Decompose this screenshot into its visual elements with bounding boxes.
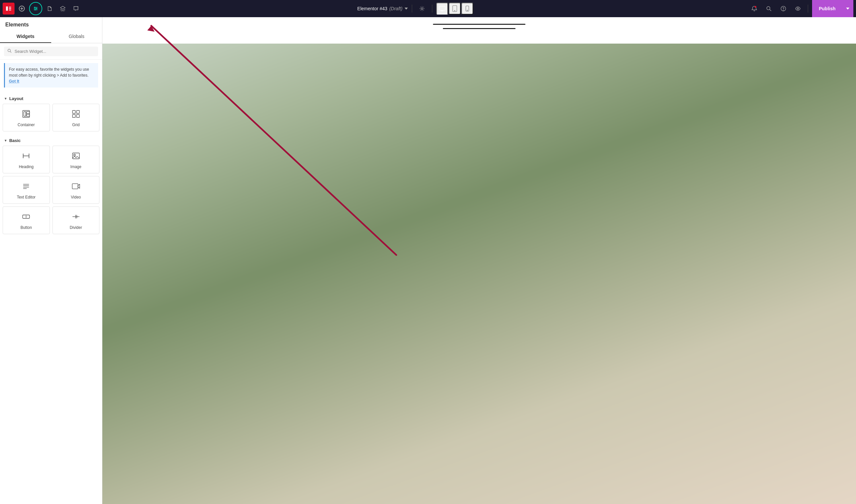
svg-point-14 xyxy=(421,7,423,9)
svg-rect-0 xyxy=(6,6,8,11)
widgets-panel-button[interactable] xyxy=(29,2,42,15)
svg-rect-37 xyxy=(77,114,79,118)
comments-button[interactable] xyxy=(70,3,82,15)
toolbar-center: Elementor #43 (Draft) xyxy=(83,3,747,15)
grid-icon xyxy=(71,109,81,120)
svg-line-24 xyxy=(770,10,771,11)
svg-point-11 xyxy=(36,8,37,9)
search-area xyxy=(0,43,102,60)
tab-globals[interactable]: Globals xyxy=(51,30,102,43)
widget-container[interactable]: Container xyxy=(3,104,50,131)
basic-widgets-grid: Heading Image xyxy=(3,146,100,234)
svg-point-27 xyxy=(797,8,799,10)
canvas-header xyxy=(102,17,856,34)
widget-grid[interactable]: Grid xyxy=(53,104,100,131)
svg-point-19 xyxy=(454,10,455,11)
preview-button[interactable] xyxy=(792,3,804,15)
layers-button[interactable] xyxy=(57,3,69,15)
publish-separator xyxy=(808,5,808,13)
canvas-line-1 xyxy=(433,24,525,25)
widgets-list: ▼ Layout Container xyxy=(0,91,102,504)
svg-rect-15 xyxy=(439,6,445,11)
panel-title: Elements xyxy=(0,17,102,28)
section-layout-arrow: ▼ xyxy=(4,97,7,101)
tab-widgets[interactable]: Widgets xyxy=(0,30,51,43)
canvas xyxy=(102,17,856,504)
svg-marker-13 xyxy=(60,6,65,9)
layout-widgets-grid: Container Grid xyxy=(3,104,100,131)
title-text: Elementor #43 xyxy=(357,6,387,11)
notifications-button[interactable] xyxy=(748,3,760,15)
section-basic-arrow: ▼ xyxy=(4,139,7,142)
section-layout[interactable]: ▼ Layout xyxy=(3,92,100,104)
tip-text: For easy access, favorite the widgets yo… xyxy=(9,67,89,78)
mobile-view-button[interactable] xyxy=(461,3,473,15)
page-settings-button[interactable] xyxy=(43,3,55,15)
widget-heading[interactable]: Heading xyxy=(3,146,50,174)
add-element-button[interactable] xyxy=(16,3,28,15)
help-button[interactable] xyxy=(778,3,789,15)
svg-rect-33 xyxy=(26,114,30,116)
search-input[interactable] xyxy=(15,49,95,54)
container-icon xyxy=(21,109,31,120)
divider-icon xyxy=(71,212,81,222)
container-label: Container xyxy=(18,123,35,127)
text-editor-icon xyxy=(21,182,31,192)
svg-rect-31 xyxy=(24,112,26,116)
main-layout: Elements Widgets Globals For easy access… xyxy=(0,17,856,504)
toolbar-left xyxy=(3,2,82,15)
widget-video[interactable]: Video xyxy=(53,176,100,204)
section-layout-label: Layout xyxy=(9,96,23,101)
search-icon xyxy=(7,49,12,54)
svg-line-29 xyxy=(10,52,12,53)
image-icon xyxy=(71,151,81,162)
button-label: Button xyxy=(20,225,32,230)
elementor-logo-button[interactable] xyxy=(3,3,15,15)
svg-point-23 xyxy=(767,6,770,10)
grid-label: Grid xyxy=(72,123,79,127)
svg-rect-47 xyxy=(72,184,78,189)
widget-text-editor[interactable]: Text Editor xyxy=(3,176,50,204)
heading-label: Heading xyxy=(19,164,34,169)
settings-button[interactable] xyxy=(416,3,428,15)
publish-group: Publish xyxy=(812,0,853,17)
svg-point-22 xyxy=(755,6,756,7)
search-button[interactable] xyxy=(763,3,775,15)
svg-rect-32 xyxy=(26,112,30,114)
divider-label: Divider xyxy=(70,225,82,230)
tablet-view-button[interactable] xyxy=(449,3,461,15)
toolbar-separator xyxy=(412,5,412,13)
image-label: Image xyxy=(70,164,81,169)
desktop-view-button[interactable] xyxy=(436,3,448,15)
svg-point-28 xyxy=(8,49,11,52)
svg-rect-34 xyxy=(72,111,75,114)
document-title[interactable]: Elementor #43 (Draft) xyxy=(357,6,408,11)
toolbar-right: Publish xyxy=(748,0,853,17)
button-icon xyxy=(21,212,31,222)
top-toolbar: Elementor #43 (Draft) xyxy=(0,0,856,17)
tip-box: For easy access, favorite the widgets yo… xyxy=(4,63,98,88)
widget-image[interactable]: Image xyxy=(53,146,100,174)
canvas-blurred-bg xyxy=(102,43,856,504)
section-basic[interactable]: ▼ Basic xyxy=(3,134,100,146)
publish-dropdown-button[interactable] xyxy=(842,0,853,17)
draft-label: (Draft) xyxy=(389,6,403,11)
canvas-background xyxy=(102,17,856,504)
widget-button[interactable]: Button xyxy=(3,206,50,234)
canvas-line-2 xyxy=(443,28,516,29)
search-box xyxy=(4,47,98,56)
elements-panel: Elements Widgets Globals For easy access… xyxy=(0,17,102,504)
device-switcher xyxy=(436,3,473,15)
svg-point-21 xyxy=(467,10,468,11)
section-basic-label: Basic xyxy=(9,138,21,143)
widget-divider[interactable]: Divider xyxy=(53,206,100,234)
svg-point-12 xyxy=(34,9,36,11)
publish-button[interactable]: Publish xyxy=(812,0,842,17)
svg-rect-35 xyxy=(77,111,79,114)
svg-rect-36 xyxy=(72,114,75,118)
video-icon xyxy=(71,182,81,192)
got-it-button[interactable]: Got It xyxy=(9,79,19,84)
canvas-photo-area xyxy=(102,43,856,504)
heading-icon xyxy=(21,151,31,162)
svg-point-10 xyxy=(34,7,36,8)
